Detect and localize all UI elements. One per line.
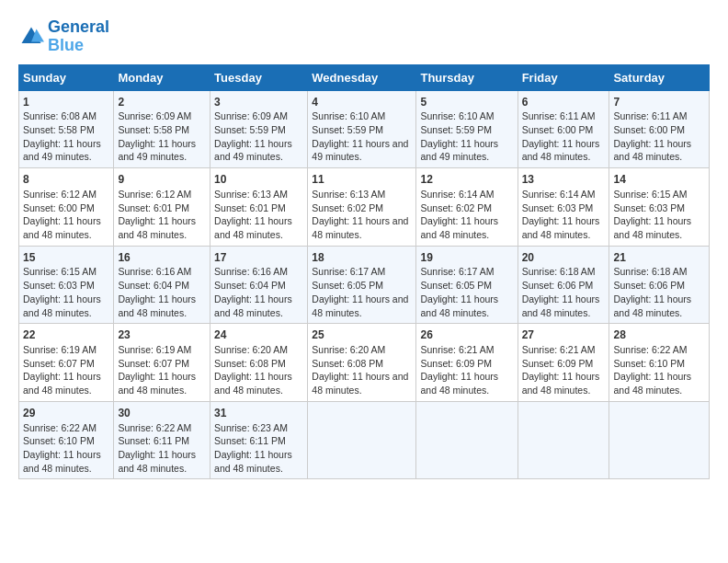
cell-content: Sunrise: 6:08 AMSunset: 5:58 PMDaylight:… — [23, 109, 109, 164]
cell-content: Sunrise: 6:21 AMSunset: 6:09 PMDaylight:… — [522, 343, 606, 397]
day-number: 10 — [214, 172, 303, 188]
cell-content: Sunrise: 6:13 AMSunset: 6:01 PMDaylight:… — [214, 188, 303, 242]
calendar-cell: 18Sunrise: 6:17 AMSunset: 6:05 PMDayligh… — [308, 246, 416, 324]
day-number: 18 — [312, 250, 412, 266]
header-monday: Monday — [114, 64, 210, 90]
day-number: 14 — [613, 172, 705, 188]
calendar-cell: 22Sunrise: 6:19 AMSunset: 6:07 PMDayligh… — [19, 324, 114, 402]
logo-text: General Blue — [48, 18, 109, 55]
week-row-4: 22Sunrise: 6:19 AMSunset: 6:07 PMDayligh… — [19, 324, 710, 402]
cell-content: Sunrise: 6:22 AMSunset: 6:10 PMDaylight:… — [23, 421, 109, 476]
calendar-cell: 20Sunrise: 6:18 AMSunset: 6:06 PMDayligh… — [518, 246, 609, 324]
calendar-cell: 4Sunrise: 6:10 AMSunset: 5:59 PMDaylight… — [308, 90, 416, 168]
cell-content: Sunrise: 6:13 AMSunset: 6:02 PMDaylight:… — [312, 188, 412, 242]
week-row-5: 29Sunrise: 6:22 AMSunset: 6:10 PMDayligh… — [19, 401, 710, 479]
calendar-cell — [609, 401, 710, 479]
calendar-cell: 10Sunrise: 6:13 AMSunset: 6:01 PMDayligh… — [210, 168, 308, 247]
calendar-body: 1Sunrise: 6:08 AMSunset: 5:58 PMDaylight… — [19, 90, 710, 479]
cell-content: Sunrise: 6:09 AMSunset: 5:59 PMDaylight:… — [214, 109, 303, 164]
header-saturday: Saturday — [609, 64, 710, 90]
calendar-cell — [308, 401, 416, 479]
cell-content: Sunrise: 6:23 AMSunset: 6:11 PMDaylight:… — [214, 421, 303, 476]
calendar-table: SundayMondayTuesdayWednesdayThursdayFrid… — [18, 64, 710, 480]
header-tuesday: Tuesday — [210, 64, 308, 90]
day-number: 11 — [312, 172, 412, 188]
cell-content: Sunrise: 6:17 AMSunset: 6:05 PMDaylight:… — [420, 265, 513, 319]
day-number: 12 — [420, 172, 513, 188]
day-number: 29 — [23, 406, 109, 421]
calendar-cell: 9Sunrise: 6:12 AMSunset: 6:01 PMDaylight… — [114, 168, 210, 247]
calendar-cell: 1Sunrise: 6:08 AMSunset: 5:58 PMDaylight… — [19, 90, 114, 168]
header-friday: Friday — [518, 64, 609, 90]
page-header: General Blue — [18, 18, 710, 55]
cell-content: Sunrise: 6:19 AMSunset: 6:07 PMDaylight:… — [118, 343, 206, 397]
week-row-2: 8Sunrise: 6:12 AMSunset: 6:00 PMDaylight… — [19, 168, 710, 247]
calendar-cell: 2Sunrise: 6:09 AMSunset: 5:58 PMDaylight… — [114, 90, 210, 168]
cell-content: Sunrise: 6:09 AMSunset: 5:58 PMDaylight:… — [118, 109, 206, 164]
calendar-cell: 27Sunrise: 6:21 AMSunset: 6:09 PMDayligh… — [518, 324, 609, 402]
cell-content: Sunrise: 6:19 AMSunset: 6:07 PMDaylight:… — [23, 343, 109, 397]
cell-content: Sunrise: 6:16 AMSunset: 6:04 PMDaylight:… — [118, 265, 206, 319]
cell-content: Sunrise: 6:10 AMSunset: 5:59 PMDaylight:… — [312, 109, 412, 164]
cell-content: Sunrise: 6:16 AMSunset: 6:04 PMDaylight:… — [214, 265, 303, 319]
day-number: 15 — [23, 250, 109, 266]
day-number: 25 — [312, 327, 412, 343]
calendar-cell: 17Sunrise: 6:16 AMSunset: 6:04 PMDayligh… — [210, 246, 308, 324]
day-number: 23 — [118, 327, 206, 343]
calendar-cell: 7Sunrise: 6:11 AMSunset: 6:00 PMDaylight… — [609, 90, 710, 168]
header-wednesday: Wednesday — [308, 64, 416, 90]
calendar-header-row: SundayMondayTuesdayWednesdayThursdayFrid… — [19, 64, 710, 90]
cell-content: Sunrise: 6:15 AMSunset: 6:03 PMDaylight:… — [613, 188, 705, 242]
day-number: 27 — [522, 327, 606, 343]
day-number: 5 — [420, 95, 513, 110]
cell-content: Sunrise: 6:22 AMSunset: 6:10 PMDaylight:… — [613, 343, 705, 397]
cell-content: Sunrise: 6:15 AMSunset: 6:03 PMDaylight:… — [23, 265, 109, 319]
calendar-cell: 8Sunrise: 6:12 AMSunset: 6:00 PMDaylight… — [19, 168, 114, 247]
header-thursday: Thursday — [416, 64, 518, 90]
calendar-cell: 21Sunrise: 6:18 AMSunset: 6:06 PMDayligh… — [609, 246, 710, 324]
calendar-cell: 30Sunrise: 6:22 AMSunset: 6:11 PMDayligh… — [114, 401, 210, 479]
logo-icon — [18, 24, 44, 50]
day-number: 22 — [23, 327, 109, 343]
day-number: 1 — [23, 95, 109, 110]
day-number: 7 — [613, 95, 705, 110]
day-number: 24 — [214, 327, 303, 343]
calendar-cell: 6Sunrise: 6:11 AMSunset: 6:00 PMDaylight… — [518, 90, 609, 168]
calendar-cell: 26Sunrise: 6:21 AMSunset: 6:09 PMDayligh… — [416, 324, 518, 402]
day-number: 6 — [522, 95, 606, 110]
day-number: 13 — [522, 172, 606, 188]
cell-content: Sunrise: 6:18 AMSunset: 6:06 PMDaylight:… — [613, 265, 705, 319]
calendar-cell: 5Sunrise: 6:10 AMSunset: 5:59 PMDaylight… — [416, 90, 518, 168]
day-number: 9 — [118, 172, 206, 188]
cell-content: Sunrise: 6:17 AMSunset: 6:05 PMDaylight:… — [312, 265, 412, 319]
calendar-cell: 13Sunrise: 6:14 AMSunset: 6:03 PMDayligh… — [518, 168, 609, 247]
day-number: 16 — [118, 250, 206, 266]
cell-content: Sunrise: 6:12 AMSunset: 6:00 PMDaylight:… — [23, 188, 109, 242]
header-sunday: Sunday — [19, 64, 114, 90]
calendar-cell: 3Sunrise: 6:09 AMSunset: 5:59 PMDaylight… — [210, 90, 308, 168]
calendar-cell — [416, 401, 518, 479]
calendar-cell: 24Sunrise: 6:20 AMSunset: 6:08 PMDayligh… — [210, 324, 308, 402]
cell-content: Sunrise: 6:14 AMSunset: 6:02 PMDaylight:… — [420, 188, 513, 242]
calendar-cell: 29Sunrise: 6:22 AMSunset: 6:10 PMDayligh… — [19, 401, 114, 479]
day-number: 17 — [214, 250, 303, 266]
calendar-cell: 31Sunrise: 6:23 AMSunset: 6:11 PMDayligh… — [210, 401, 308, 479]
day-number: 19 — [420, 250, 513, 266]
cell-content: Sunrise: 6:14 AMSunset: 6:03 PMDaylight:… — [522, 188, 606, 242]
cell-content: Sunrise: 6:18 AMSunset: 6:06 PMDaylight:… — [522, 265, 606, 319]
day-number: 4 — [312, 95, 412, 110]
calendar-cell: 12Sunrise: 6:14 AMSunset: 6:02 PMDayligh… — [416, 168, 518, 247]
cell-content: Sunrise: 6:10 AMSunset: 5:59 PMDaylight:… — [420, 109, 513, 164]
calendar-cell — [518, 401, 609, 479]
cell-content: Sunrise: 6:22 AMSunset: 6:11 PMDaylight:… — [118, 421, 206, 476]
calendar-cell: 28Sunrise: 6:22 AMSunset: 6:10 PMDayligh… — [609, 324, 710, 402]
day-number: 2 — [118, 95, 206, 110]
week-row-1: 1Sunrise: 6:08 AMSunset: 5:58 PMDaylight… — [19, 90, 710, 168]
logo: General Blue — [18, 18, 109, 55]
calendar-cell: 19Sunrise: 6:17 AMSunset: 6:05 PMDayligh… — [416, 246, 518, 324]
calendar-cell: 15Sunrise: 6:15 AMSunset: 6:03 PMDayligh… — [19, 246, 114, 324]
cell-content: Sunrise: 6:21 AMSunset: 6:09 PMDaylight:… — [420, 343, 513, 397]
day-number: 26 — [420, 327, 513, 343]
calendar-cell: 23Sunrise: 6:19 AMSunset: 6:07 PMDayligh… — [114, 324, 210, 402]
cell-content: Sunrise: 6:12 AMSunset: 6:01 PMDaylight:… — [118, 188, 206, 242]
